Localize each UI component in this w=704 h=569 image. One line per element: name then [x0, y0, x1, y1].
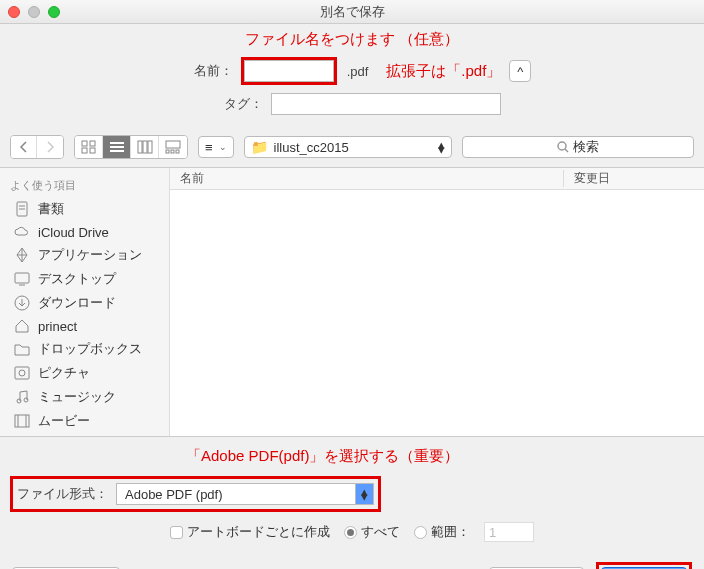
sidebar-item-apps[interactable]: アプリケーション [0, 243, 169, 267]
chevron-right-icon [45, 142, 55, 152]
filename-input[interactable] [244, 60, 334, 82]
view-gallery-button[interactable] [159, 136, 187, 158]
file-list: 名前 変更日 [170, 168, 704, 436]
svg-rect-19 [15, 273, 29, 283]
save-dialog: 別名で保存 ファイル名をつけます （任意） 名前： .pdf 拡張子は「.pdf… [0, 0, 704, 569]
forward-button[interactable] [37, 136, 63, 158]
sidebar-item-label: ピクチャ [38, 364, 90, 382]
svg-rect-12 [171, 150, 174, 153]
cloud-icon [14, 224, 30, 240]
filename-label: 名前： [173, 62, 233, 80]
svg-rect-9 [148, 141, 152, 153]
sidebar-item-downloads[interactable]: ダウンロード [0, 291, 169, 315]
svg-rect-7 [138, 141, 142, 153]
doc-icon [14, 201, 30, 217]
sidebar-item-label: iCloud Drive [38, 225, 109, 240]
svg-rect-3 [90, 148, 95, 153]
format-highlight: ファイル形式： Adobe PDF (pdf) ▴▾ [10, 476, 381, 512]
path-dropdown[interactable]: 📁 illust_cc2015 ▴▾ [244, 136, 452, 158]
movie-icon [14, 413, 30, 429]
close-icon[interactable] [8, 6, 20, 18]
sidebar-item-label: ムービー [38, 412, 90, 430]
sort-icon: ≡ [205, 140, 211, 155]
artboard-label: アートボードごとに作成 [187, 524, 330, 539]
columns-icon [138, 141, 152, 153]
search-placeholder: 検索 [573, 138, 599, 156]
view-list-button[interactable] [103, 136, 131, 158]
filename-extension: .pdf [347, 64, 369, 79]
format-value: Adobe PDF (pdf) [125, 487, 223, 502]
music-icon [14, 389, 30, 405]
window-controls [8, 6, 60, 18]
svg-line-15 [565, 149, 568, 152]
view-mode-segment [74, 135, 188, 159]
svg-rect-0 [82, 141, 87, 146]
sidebar-item-music[interactable]: ミュージック [0, 385, 169, 409]
footer: ファイル形式： Adobe PDF (pdf) ▴▾ アートボードごとに作成 す… [0, 468, 704, 569]
range-input [484, 522, 534, 542]
svg-rect-22 [15, 367, 29, 379]
expand-button[interactable]: ^ [509, 60, 531, 82]
svg-point-23 [19, 370, 25, 376]
svg-rect-10 [166, 141, 180, 148]
sidebar-heading: よく使う項目 [0, 174, 169, 197]
svg-point-14 [558, 142, 566, 150]
svg-rect-8 [143, 141, 147, 153]
minimize-icon [28, 6, 40, 18]
list-header: 名前 変更日 [170, 168, 704, 190]
format-label: ファイル形式： [17, 485, 108, 503]
sidebar: よく使う項目 書類 iCloud Drive アプリケーション デスクトップ ダ… [0, 168, 170, 436]
sidebar-item-label: ミュージック [38, 388, 116, 406]
sidebar-item-documents[interactable]: 書類 [0, 197, 169, 221]
sidebar-item-dropbox[interactable]: ドロップボックス [0, 337, 169, 361]
home-icon [14, 318, 30, 334]
sidebar-item-desktop[interactable]: デスクトップ [0, 267, 169, 291]
search-field[interactable]: 検索 [462, 136, 694, 158]
opt-range-label: 範囲： [431, 524, 470, 539]
tag-row: タグ： [0, 93, 704, 115]
svg-rect-11 [166, 150, 169, 153]
updown-icon: ▴▾ [355, 484, 373, 504]
back-button[interactable] [11, 136, 37, 158]
chevron-down-icon: ⌄ [219, 142, 227, 152]
gallery-icon [166, 141, 180, 153]
filename-row: 名前： .pdf 拡張子は「.pdf」 ^ [0, 57, 704, 85]
tag-input[interactable] [271, 93, 501, 115]
search-icon [557, 141, 569, 153]
sidebar-item-label: アプリケーション [38, 246, 142, 264]
annotation-format: 「Adobe PDF(pdf)」を選択する（重要） [186, 447, 704, 466]
sidebar-item-icloud[interactable]: iCloud Drive [0, 221, 169, 243]
column-date[interactable]: 変更日 [564, 170, 704, 187]
format-select[interactable]: Adobe PDF (pdf) ▴▾ [116, 483, 374, 505]
sidebar-item-movies[interactable]: ムービー [0, 409, 169, 433]
toolbar: ≡ ⌄ 📁 illust_cc2015 ▴▾ 検索 [0, 133, 704, 161]
radio-icon [414, 526, 427, 539]
grid-icon [82, 141, 96, 153]
updown-icon: ▴▾ [438, 142, 445, 152]
folder-icon [14, 341, 30, 357]
nav-buttons [10, 135, 64, 159]
opt-range-radio: 範囲： [414, 523, 470, 541]
opt-all-label: すべて [361, 524, 400, 539]
list-icon [110, 141, 124, 153]
svg-rect-1 [90, 141, 95, 146]
view-icons-button[interactable] [75, 136, 103, 158]
sidebar-item-label: デスクトップ [38, 270, 116, 288]
annotation-filename: ファイル名をつけます （任意） [0, 30, 704, 49]
window-title: 別名で保存 [0, 3, 704, 21]
sort-dropdown[interactable]: ≡ ⌄ [198, 136, 234, 158]
svg-rect-2 [82, 148, 87, 153]
sidebar-item-label: ダウンロード [38, 294, 116, 312]
artboard-options: アートボードごとに作成 すべて 範囲： [10, 522, 694, 542]
desktop-icon [14, 271, 30, 287]
view-columns-button[interactable] [131, 136, 159, 158]
sidebar-item-pictures[interactable]: ピクチャ [0, 361, 169, 385]
list-body[interactable] [170, 190, 704, 436]
sidebar-item-home[interactable]: prinect [0, 315, 169, 337]
chevron-up-icon: ^ [517, 64, 523, 79]
folder-icon: 📁 [251, 139, 268, 155]
svg-rect-13 [176, 150, 179, 153]
zoom-icon[interactable] [48, 6, 60, 18]
column-name[interactable]: 名前 [170, 170, 564, 187]
pictures-icon [14, 365, 30, 381]
